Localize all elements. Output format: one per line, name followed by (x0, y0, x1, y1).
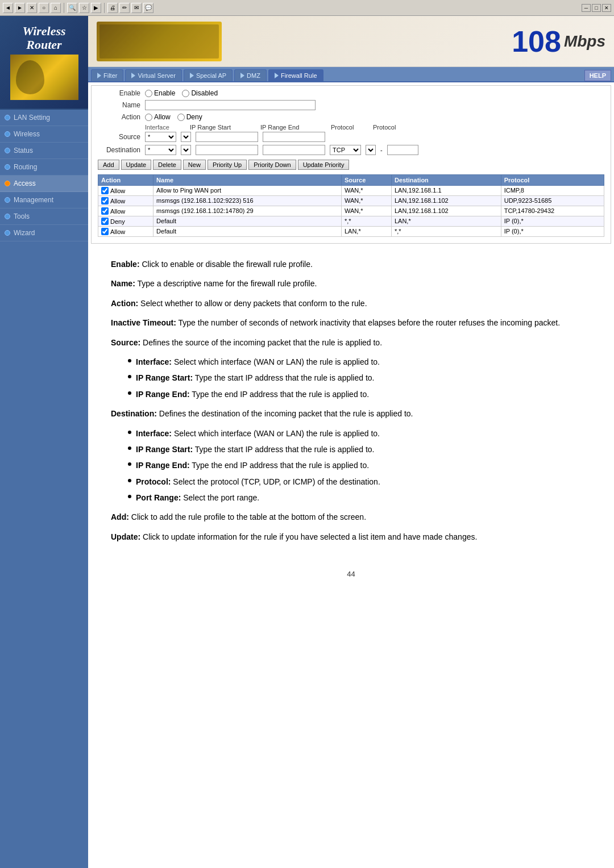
source-dropdown[interactable]: ▼ (181, 132, 191, 142)
table-row: Allow Allow to Ping WAN portWAN,*LAN,192… (98, 186, 604, 196)
tab-special-ap[interactable]: Special AP (184, 69, 233, 81)
separator (64, 3, 64, 13)
enable-radio[interactable] (145, 90, 152, 97)
media-btn[interactable]: ▶ (91, 3, 101, 13)
name-doc-text: Type a descriptive name for the firewall… (137, 279, 317, 288)
source-ip-start-input[interactable] (196, 132, 258, 142)
dest-doc-text: Defines the destination of the incoming … (159, 409, 413, 418)
sidebar-item-management[interactable]: Management (0, 192, 88, 208)
row-checkbox[interactable] (101, 228, 109, 235)
sidebar-item-lan-setting[interactable]: LAN Setting (0, 110, 88, 126)
minimize-btn[interactable]: ─ (582, 4, 591, 12)
stop-btn[interactable]: ✕ (27, 3, 37, 13)
update-doc-text: Click to update information for the rule… (143, 532, 477, 541)
sidebar-item-wizard[interactable]: Wizard (0, 225, 88, 241)
enable-row: Enable Enable Disabled (95, 89, 607, 97)
close-btn[interactable]: ✕ (602, 4, 611, 12)
ip-range-end-col-header: IP Range End (260, 124, 329, 131)
source-header: Source (341, 175, 391, 186)
window-controls: ─ □ ✕ (582, 4, 611, 12)
destination-row: Destination *WANLAN ▼ TCPUDPICMPIP ▼ - (95, 145, 607, 155)
protocol-col-header: Protocol (331, 124, 371, 131)
dest-dropdown[interactable]: ▼ (181, 145, 191, 155)
row-checkbox[interactable] (101, 187, 109, 194)
allow-radio-option[interactable]: Allow (145, 113, 171, 121)
enable-doc-bold: Enable: (111, 260, 140, 269)
dest-ip-end-input[interactable] (263, 145, 325, 155)
bullet-dot (128, 462, 131, 466)
update-button[interactable]: Update (121, 160, 151, 170)
action-cell: Deny (98, 216, 154, 227)
help-button[interactable]: HELP (584, 70, 611, 81)
bullet-dot (128, 375, 131, 378)
row-checkbox[interactable] (101, 218, 109, 225)
source-interface-select[interactable]: *WANLAN (145, 132, 176, 142)
priority-down-button[interactable]: Priority Down (248, 160, 296, 170)
back-btn[interactable]: ◄ (3, 3, 13, 13)
discuss-btn[interactable]: 💬 (143, 3, 154, 13)
row-checkbox[interactable] (101, 197, 109, 205)
protocol-cell: IP (0),* (501, 227, 604, 237)
add-button[interactable]: Add (98, 160, 119, 170)
router-header: 108 Mbps (88, 16, 614, 67)
add-doc: Add: Click to add the rule profile to th… (111, 511, 591, 523)
tab-arrow (190, 73, 194, 78)
new-button[interactable]: New (183, 160, 206, 170)
action-cell: Allow (98, 186, 154, 196)
source-ip-end-input[interactable] (263, 132, 325, 142)
delete-button[interactable]: Delete (153, 160, 181, 170)
dest-interface-select[interactable]: *WANLAN (145, 145, 176, 155)
ip-range-start-col-header: IP Range Start (190, 124, 258, 131)
dest-bullets-list: Interface: Select which interface (WAN o… (111, 427, 591, 504)
tab-virtual-server[interactable]: Virtual Server (125, 69, 181, 81)
edit-btn[interactable]: ✏ (119, 3, 130, 13)
disabled-radio[interactable] (182, 90, 189, 97)
name-cell: Default (154, 227, 342, 237)
sidebar-item-routing[interactable]: Routing (0, 159, 88, 176)
mail-btn[interactable]: ✉ (131, 3, 142, 13)
priority-up-button[interactable]: Priority Up (208, 160, 247, 170)
dest-ip-start-input[interactable] (196, 145, 258, 155)
interface-headers: Interface IP Range Start IP Range End Pr… (145, 124, 607, 131)
row-checkbox[interactable] (101, 207, 109, 215)
tab-arrow (131, 73, 135, 78)
forward-btn[interactable]: ► (15, 3, 25, 13)
source-doc: Source: Defines the source of the incomi… (111, 336, 591, 349)
protocol-cell: IP (0),* (501, 216, 604, 227)
enable-radio-group: Enable Disabled (145, 89, 218, 97)
protocol-header: Protocol (501, 175, 604, 186)
disabled-radio-option[interactable]: Disabled (182, 89, 218, 97)
protocol-cell: TCP,14780-29432 (501, 206, 604, 216)
enable-radio-option[interactable]: Enable (145, 89, 175, 97)
name-input[interactable] (145, 100, 316, 110)
nav-dot (5, 197, 10, 203)
sidebar-item-access[interactable]: Access (0, 176, 88, 192)
protocol-dropdown[interactable]: ▼ (366, 145, 376, 155)
maximize-btn[interactable]: □ (592, 4, 601, 12)
home-btn[interactable]: ⌂ (51, 3, 61, 13)
tab-firewall-rule[interactable]: Firewall Rule (268, 69, 323, 81)
inactive-timeout-doc: Inactive Timeout: Type the number of sec… (111, 316, 591, 329)
update-priority-button[interactable]: Update Priority (298, 160, 350, 170)
list-item: Port Range: Select the port range. (128, 491, 591, 504)
separator2 (104, 3, 105, 13)
fav-btn[interactable]: ☆ (79, 3, 89, 13)
table-row: Deny Default*,*LAN,*IP (0),* (98, 216, 604, 227)
sidebar-item-status[interactable]: Status (0, 143, 88, 159)
deny-radio-option[interactable]: Deny (177, 113, 202, 121)
port-range-input[interactable] (387, 145, 418, 155)
tab-dmz[interactable]: DMZ (234, 69, 267, 81)
destination-header: Destination (391, 175, 501, 186)
inactive-timeout-doc-text: Type the number of seconds of network in… (179, 318, 561, 327)
print-btn[interactable]: 🖨 (107, 3, 118, 13)
refresh-btn[interactable]: ○ (39, 3, 49, 13)
main-wrapper: Wireless Router LAN Setting Wireless Sta… (0, 16, 614, 868)
deny-radio[interactable] (177, 114, 185, 121)
sidebar-item-wireless[interactable]: Wireless (0, 126, 88, 143)
allow-radio[interactable] (145, 114, 152, 121)
source-row: Source *WANLAN ▼ (95, 132, 607, 142)
protocol-select[interactable]: TCPUDPICMPIP (330, 145, 361, 155)
search-btn[interactable]: 🔍 (67, 3, 77, 13)
tab-filter[interactable]: Filter (91, 69, 123, 81)
sidebar-item-tools[interactable]: Tools (0, 208, 88, 225)
